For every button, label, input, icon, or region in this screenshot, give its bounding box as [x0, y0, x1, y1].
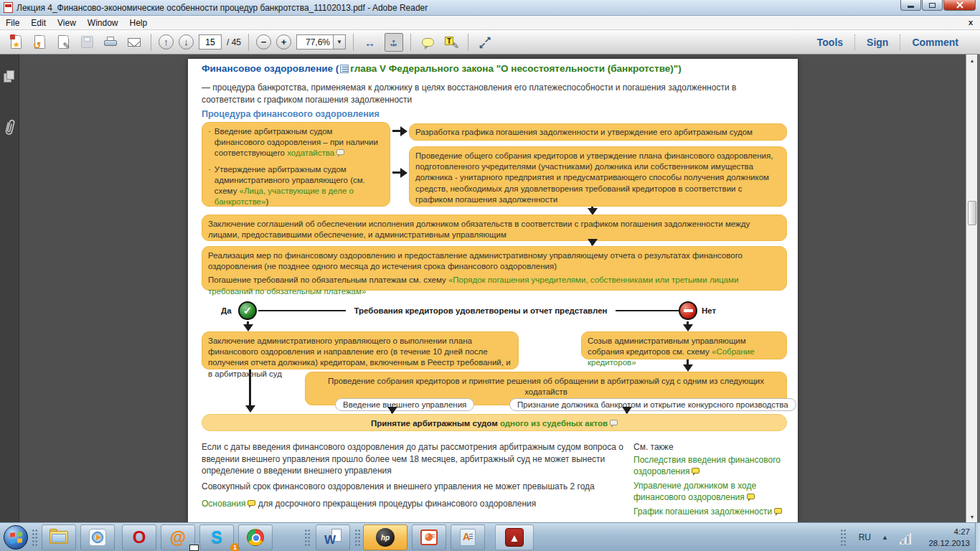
vertical-scrollbar[interactable]: ▲ ▼: [966, 55, 977, 522]
fill-sign-button[interactable]: ✎: [54, 33, 72, 52]
note-bubble-icon[interactable]: [774, 508, 782, 514]
law-document-icon[interactable]: [340, 65, 349, 73]
save-as-button[interactable]: ↺: [30, 33, 49, 52]
restore-button[interactable]: [922, 0, 943, 11]
zoom-in-button[interactable]: +: [276, 34, 291, 50]
page-title-green[interactable]: глава V Федерального закона "О несостоят…: [350, 63, 681, 74]
taskbar-drag-handle[interactable]: [32, 529, 38, 547]
note-bubble-icon[interactable]: [692, 468, 699, 474]
window-controls: [900, 0, 976, 11]
taskbar-button-hp[interactable]: hp: [363, 524, 407, 550]
cross-reference-link[interactable]: Основания: [202, 499, 245, 509]
tools-panel-button[interactable]: Tools: [806, 37, 854, 48]
show-hidden-icons-chevron[interactable]: ▲: [882, 534, 888, 541]
flow-box-introduction: · Введение арбитражным судом финансового…: [202, 122, 390, 207]
language-indicator[interactable]: RU: [859, 532, 871, 542]
clock[interactable]: 4:27 28.12.2013: [918, 526, 970, 549]
taskbar-drag-handle[interactable]: [304, 529, 311, 547]
fit-page-icon: ↔↕: [387, 35, 401, 50]
window-edge: [977, 55, 980, 522]
taskbar-button-mail-agent[interactable]: @: [161, 524, 195, 550]
start-button[interactable]: [4, 525, 28, 550]
menu-file[interactable]: File: [0, 17, 25, 29]
zoom-dropdown-button[interactable]: ▼: [334, 34, 346, 50]
envelope-icon: [128, 38, 141, 47]
arrow-head: [588, 239, 598, 246]
cross-reference-link[interactable]: ходатайства: [287, 149, 334, 157]
taskbar-button-word[interactable]: W: [316, 524, 350, 550]
chrome-icon: [247, 529, 264, 546]
scroll-down-icon[interactable]: ▼: [966, 511, 978, 522]
sticky-note-button[interactable]: [418, 33, 437, 52]
note-bubble-icon[interactable]: [336, 149, 344, 155]
arrow-head: [243, 324, 253, 331]
show-desktop-button[interactable]: [975, 523, 980, 551]
menu-window[interactable]: Window: [82, 17, 124, 29]
decision-connector-line: [258, 310, 346, 311]
taskbar-button-lingvo[interactable]: A: [451, 524, 485, 550]
fit-width-button[interactable]: ↔: [361, 33, 380, 52]
close-button[interactable]: [943, 0, 976, 11]
save-button[interactable]: [77, 33, 96, 52]
see-also-link[interactable]: Последствия введения финансового оздоров…: [633, 455, 781, 477]
print-button[interactable]: [101, 33, 120, 52]
flow-box-meeting: Проведение общего собрания кредиторов и …: [409, 146, 787, 207]
taskbar-button-media-player[interactable]: [80, 524, 115, 550]
note-bubble-icon[interactable]: [610, 420, 618, 425]
tray-drag-handle[interactable]: [840, 529, 847, 547]
decision-yes-label: Да: [221, 306, 232, 315]
network-signal-icon[interactable]: [900, 533, 912, 545]
attachments-paperclip-icon[interactable]: [3, 118, 17, 131]
scrollbar-thumb[interactable]: [968, 201, 976, 225]
windows-logo-icon: [10, 532, 22, 544]
next-page-button[interactable]: ↓: [179, 34, 194, 50]
flow-box-agreements: Заключение соглашений об обеспечении исп…: [202, 215, 787, 241]
menubar: File Edit View Window Help x: [0, 16, 980, 30]
bullet-item: · Введение арбитражным судом финансового…: [208, 126, 384, 159]
highlight-text-button[interactable]: T✎: [442, 33, 461, 52]
zoom-level-combo: 77,6% ▼: [296, 34, 346, 50]
see-also-title: См. также: [633, 441, 796, 453]
page-number-input[interactable]: [199, 34, 222, 50]
taskbar-button-chrome[interactable]: [238, 524, 273, 550]
page-thumbnails-icon[interactable]: [3, 70, 17, 84]
dictionary-icon: A: [460, 529, 476, 546]
previous-page-button[interactable]: ↑: [159, 34, 174, 50]
zoom-out-button[interactable]: −: [256, 34, 271, 50]
taskbar-button-explorer[interactable]: [42, 524, 76, 550]
flow-box-schedule: Разработка графика погашения задолженнос…: [409, 123, 787, 141]
zoom-level-value[interactable]: 77,6%: [296, 34, 334, 50]
sign-panel-button[interactable]: Sign: [855, 37, 900, 48]
bullet-marker: ·: [208, 126, 211, 159]
cross-reference-link[interactable]: одного из судебных актов: [500, 419, 608, 428]
menu-help[interactable]: Help: [124, 17, 154, 29]
taskbar-button-opera[interactable]: O: [122, 524, 156, 550]
taskbar-drag-handle[interactable]: [354, 529, 361, 547]
menu-edit[interactable]: Edit: [25, 17, 52, 29]
media-player-icon: [89, 529, 106, 546]
page-count-label: / 45: [227, 37, 241, 47]
scroll-up-icon[interactable]: ▲: [966, 55, 978, 66]
minimize-button[interactable]: [900, 0, 921, 11]
speech-bubble-icon: [422, 38, 434, 47]
arrow-head: [387, 407, 397, 414]
note-bubble-icon[interactable]: [248, 500, 255, 506]
see-also-link[interactable]: График погашения задолженности: [633, 507, 772, 517]
comment-panel-button[interactable]: Comment: [900, 37, 970, 48]
see-also-link[interactable]: Управление должником в ходе финансового …: [633, 481, 756, 503]
no-minus-icon: [679, 301, 697, 320]
menubar-close-icon[interactable]: x: [969, 18, 973, 27]
opera-icon: O: [133, 529, 146, 546]
taskbar: O @ S 1 W hp A ▲ R: [0, 522, 980, 551]
note-bubble-icon[interactable]: [747, 494, 755, 499]
taskbar-button-powerpoint[interactable]: [412, 524, 446, 550]
menu-view[interactable]: View: [52, 17, 82, 29]
fullscreen-button[interactable]: ↗↙: [476, 33, 494, 52]
create-pdf-button[interactable]: ★: [6, 33, 25, 52]
taskbar-button-skype[interactable]: S 1: [199, 524, 234, 550]
email-button[interactable]: [125, 33, 143, 52]
taskbar-button-adobe-reader[interactable]: ▲: [495, 524, 534, 550]
envelope-badge-icon: [189, 545, 199, 551]
fit-page-button[interactable]: ↔↕: [385, 33, 403, 52]
close-icon: [956, 1, 963, 9]
